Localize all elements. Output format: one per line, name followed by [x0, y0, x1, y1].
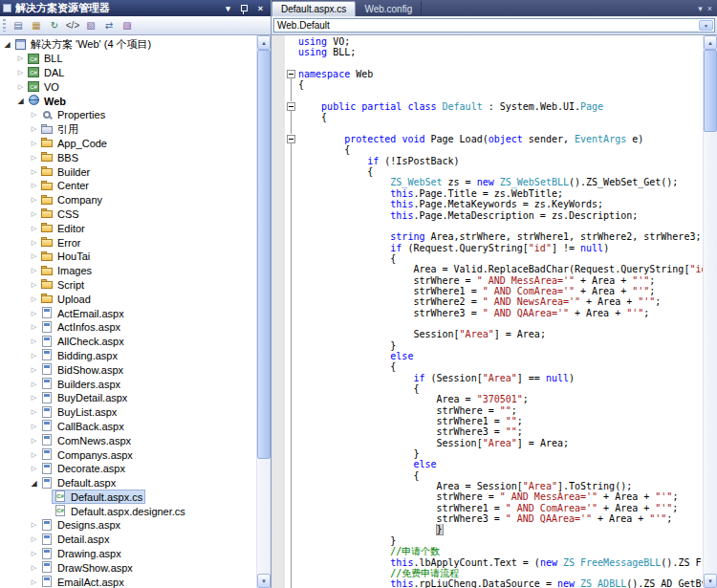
outlining-margin[interactable]: [285, 361, 298, 372]
tree-item[interactable]: ▷ActEmail.aspx: [0, 306, 256, 320]
indicator-margin[interactable]: [272, 35, 285, 588]
dropdown-arrow-icon[interactable]: ▼: [699, 20, 713, 31]
outlining-margin[interactable]: [285, 383, 298, 394]
outlining-margin[interactable]: [285, 47, 298, 57]
outlining-margin[interactable]: [285, 286, 298, 296]
tree-item[interactable]: ◢Default.aspx: [0, 476, 256, 490]
tree-item[interactable]: ▷ComNews.aspx: [0, 433, 256, 447]
tree-item[interactable]: ▷Company: [0, 193, 256, 207]
tree-item[interactable]: ▷ActInfos.aspx: [0, 320, 256, 335]
expand-arrow-icon[interactable]: ▷: [29, 381, 39, 388]
outlining-margin[interactable]: [285, 426, 298, 437]
expand-arrow-icon[interactable]: ▷: [29, 196, 39, 204]
outlining-margin[interactable]: [285, 199, 298, 209]
show-all-files-button[interactable]: ▦: [28, 18, 45, 33]
expand-arrow-icon[interactable]: ▷: [29, 352, 39, 359]
expand-arrow-icon[interactable]: ▷: [29, 338, 39, 345]
expand-arrow-icon[interactable]: ▷: [29, 535, 39, 543]
expand-arrow-icon[interactable]: ▷: [29, 465, 39, 472]
document-tab[interactable]: Default.aspx.cs: [272, 1, 356, 16]
outlining-margin[interactable]: [285, 394, 298, 404]
scroll-down-button[interactable]: ▼: [704, 574, 717, 588]
outlining-margin[interactable]: [285, 123, 298, 134]
expand-arrow-icon[interactable]: ▷: [29, 451, 39, 459]
tree-item[interactable]: ▷Decorate.aspx: [0, 462, 256, 476]
outlining-margin[interactable]: [285, 340, 298, 351]
expand-arrow-icon[interactable]: ▷: [29, 366, 39, 374]
outlining-margin[interactable]: [285, 503, 298, 513]
expand-arrow-icon[interactable]: ▷: [29, 239, 39, 247]
toolbar-grip[interactable]: [3, 19, 6, 32]
tree-item[interactable]: ▷Builder: [0, 164, 256, 179]
outlining-margin[interactable]: [285, 253, 298, 264]
outlining-margin[interactable]: [285, 91, 298, 101]
outlining-margin[interactable]: [285, 231, 298, 242]
outlining-margin[interactable]: [285, 69, 298, 79]
outlining-margin[interactable]: [285, 112, 298, 122]
auto-hide-pin-button[interactable]: [237, 2, 251, 14]
outlining-margin[interactable]: [285, 58, 298, 69]
expand-arrow-icon[interactable]: ▷: [29, 210, 39, 218]
expand-arrow-icon[interactable]: ▷: [29, 168, 39, 176]
tree-item[interactable]: ▷BBS: [0, 150, 256, 164]
tree-item[interactable]: ▷AllCheck.aspx: [0, 335, 256, 349]
tree-item[interactable]: ▷DAL: [0, 66, 256, 80]
outlining-margin[interactable]: [285, 351, 298, 361]
expand-arrow-icon[interactable]: ▷: [29, 437, 39, 445]
close-button[interactable]: ×: [253, 2, 268, 14]
collapse-box-icon[interactable]: [287, 102, 295, 111]
expand-arrow-icon[interactable]: ▷: [29, 408, 39, 416]
outlining-margin[interactable]: [285, 134, 298, 144]
tree-item[interactable]: ▷EmailAct.aspx: [0, 575, 256, 588]
document-tab[interactable]: Web.config: [356, 1, 422, 16]
view-code-button[interactable]: </>: [64, 18, 81, 33]
tree-item[interactable]: Default.aspx.designer.cs: [0, 504, 256, 518]
refresh-button[interactable]: ↻: [46, 18, 63, 33]
tree-item[interactable]: ▷DrawShow.aspx: [0, 560, 256, 575]
tree-item[interactable]: ▷App_Code: [0, 137, 256, 151]
expand-arrow-icon[interactable]: ◢: [29, 479, 39, 488]
expand-arrow-icon[interactable]: ▷: [29, 550, 39, 557]
tree-item[interactable]: Default.aspx.cs: [0, 490, 256, 505]
tree-item[interactable]: ▷Editor: [0, 221, 256, 235]
tree-item[interactable]: ▷Script: [0, 278, 256, 293]
expand-arrow-icon[interactable]: ◢: [15, 97, 26, 105]
tree-item[interactable]: ▷Error: [0, 235, 256, 250]
outlining-margin[interactable]: [285, 438, 298, 448]
copy-website-button[interactable]: ⇄: [100, 18, 118, 33]
expand-arrow-icon[interactable]: ▷: [29, 125, 39, 133]
outlining-margin[interactable]: [285, 373, 298, 383]
outlining-margin[interactable]: [285, 568, 298, 578]
document-list-button[interactable]: ▾: [698, 5, 703, 13]
expand-arrow-icon[interactable]: ▷: [29, 140, 39, 147]
editor-scrollbar[interactable]: ▲ ▼: [703, 35, 717, 588]
outlining-margin[interactable]: [285, 459, 298, 469]
expand-arrow-icon[interactable]: ▷: [29, 394, 39, 402]
outlining-margin[interactable]: [285, 79, 298, 90]
expand-arrow-icon[interactable]: ▷: [29, 310, 39, 317]
outlining-margin[interactable]: [285, 210, 298, 221]
tree-item[interactable]: ▷Upload: [0, 292, 256, 306]
expand-arrow-icon[interactable]: ▷: [29, 423, 39, 430]
expand-arrow-icon[interactable]: ▷: [29, 225, 39, 232]
tree-scrollbar[interactable]: ▲ ▼: [256, 35, 271, 588]
outlining-margin[interactable]: [285, 275, 298, 286]
tree-item[interactable]: ▷HouTai: [0, 250, 256, 264]
expand-arrow-icon[interactable]: ▷: [29, 182, 39, 189]
outlining-margin[interactable]: [285, 101, 298, 112]
outlining-margin[interactable]: [285, 264, 298, 274]
tree-item[interactable]: ▷引用: [0, 122, 256, 137]
outlining-margin[interactable]: [285, 546, 298, 556]
expand-arrow-icon[interactable]: ▷: [29, 267, 39, 274]
code-editor[interactable]: using VO;using BLL;namespace Web{ public…: [272, 35, 717, 588]
class-diagram-button[interactable]: ▨: [119, 18, 136, 33]
outlining-margin[interactable]: [285, 36, 298, 47]
expand-arrow-icon[interactable]: ▷: [15, 54, 26, 62]
outlining-margin[interactable]: [285, 416, 298, 426]
tree-item[interactable]: ▷Drawing.aspx: [0, 547, 256, 561]
tree-item[interactable]: ◢Web: [0, 94, 256, 108]
tree-item[interactable]: ▷Detail.aspx: [0, 533, 256, 547]
tree-item[interactable]: ▷BLL: [0, 52, 256, 66]
outlining-margin[interactable]: [285, 296, 298, 307]
tree-item[interactable]: ◢解决方案 'Web' (4 个项目): [0, 37, 256, 52]
